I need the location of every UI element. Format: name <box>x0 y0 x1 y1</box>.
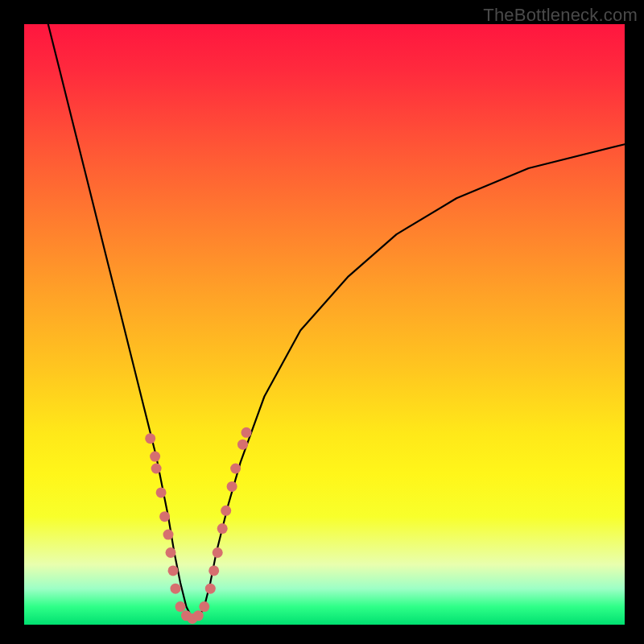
highlight-dot <box>168 565 179 576</box>
highlight-dot <box>166 547 176 558</box>
highlight-dot <box>230 464 241 474</box>
highlight-dot <box>145 433 155 444</box>
highlight-dot <box>237 440 248 450</box>
watermark-text: TheBottleneck.com <box>483 5 638 26</box>
highlight-dot <box>217 523 228 534</box>
highlight-dot <box>163 530 174 540</box>
highlight-dot <box>242 427 252 438</box>
highlight-dot <box>227 481 237 492</box>
highlight-dot <box>150 452 160 462</box>
highlight-dot <box>205 584 216 594</box>
highlight-dot <box>156 487 167 497</box>
bottleneck-curve <box>48 24 625 619</box>
chart-svg <box>24 24 625 625</box>
highlight-dot <box>171 584 181 594</box>
highlight-dot <box>213 547 223 558</box>
chart-frame: TheBottleneck.com <box>0 0 644 644</box>
highlight-dot <box>159 511 170 522</box>
highlight-dot <box>208 565 219 576</box>
highlight-dot <box>199 601 209 612</box>
highlight-dot <box>221 506 231 516</box>
highlight-dot <box>151 464 162 474</box>
highlight-dot <box>175 601 186 612</box>
highlight-dots <box>145 427 251 624</box>
highlight-dot <box>193 610 204 621</box>
